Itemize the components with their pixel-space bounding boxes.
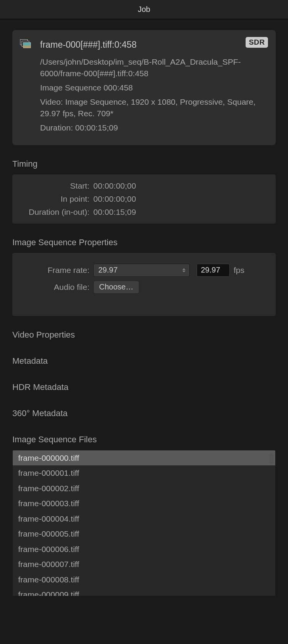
file-row[interactable]: frame-000002.tiff [13,481,275,496]
job-title: frame-000[###].tiff:0:458 [40,38,268,51]
imageseq-panel: Frame rate: 29.97 fps Audio file: Choose… [12,253,276,316]
file-row[interactable]: frame-000009.tiff [13,587,275,596]
file-row[interactable]: frame-000000.tiff [13,450,275,466]
image-sequence-icon [20,39,32,137]
framerate-input[interactable] [197,264,230,277]
file-row[interactable]: frame-000005.tiff [13,526,275,542]
sdr-badge: SDR [246,37,268,48]
files-list[interactable]: frame-000000.tiff frame-000001.tiff fram… [12,450,276,596]
duration-label: Duration (in-out): [21,207,93,217]
start-value: 00:00:00;00 [93,181,136,191]
hdr-metadata-title[interactable]: HDR Metadata [12,382,276,392]
choose-audio-button[interactable]: Choose… [93,281,139,294]
file-row[interactable]: frame-000007.tiff [13,557,275,572]
job-duration: Duration: 00:00:15;09 [40,122,268,133]
file-row[interactable]: frame-000001.tiff [13,465,275,481]
start-label: Start: [21,181,93,191]
file-row[interactable]: frame-000003.tiff [13,496,275,511]
job-sequence: Image Sequence 000:458 [40,82,268,93]
video-properties-title[interactable]: Video Properties [12,330,276,340]
job-path: /Users/john/Desktop/im_seq/B-Roll_A2A_Dr… [40,56,268,79]
audiofile-label: Audio file: [21,283,93,292]
titlebar-title: Job [138,5,150,14]
files-section-title: Image Sequence Files [12,435,276,445]
files-scrollbar-thumb[interactable] [269,453,274,464]
duration-value: 00:00:15;09 [93,207,136,217]
job-header-card: frame-000[###].tiff:0:458 /Users/john/De… [12,30,276,145]
imageseq-section-title: Image Sequence Properties [12,238,276,248]
framerate-label: Frame rate: [21,266,93,275]
job-header-info: frame-000[###].tiff:0:458 /Users/john/De… [40,38,268,137]
file-row[interactable]: frame-000006.tiff [13,542,275,557]
file-row[interactable]: frame-000004.tiff [13,511,275,527]
framerate-select-value: 29.97 [98,266,118,274]
titlebar: Job [0,0,288,19]
metadata-title[interactable]: Metadata [12,356,276,366]
job-video-info: Video: Image Sequence, 1920 x 1080, Prog… [40,96,268,119]
inpoint-value: 00:00:00;00 [93,194,136,204]
timing-panel: Start: 00:00:00;00 In point: 00:00:00;00… [12,174,276,224]
inpoint-label: In point: [21,194,93,204]
stepper-arrows-icon [182,268,185,272]
360-metadata-title[interactable]: 360° Metadata [12,408,276,418]
fps-unit-label: fps [234,266,244,275]
file-row[interactable]: frame-000008.tiff [13,572,275,587]
framerate-select[interactable]: 29.97 [93,264,190,277]
inspector-content: frame-000[###].tiff:0:458 /Users/john/De… [0,19,288,644]
timing-section-title: Timing [12,159,276,169]
